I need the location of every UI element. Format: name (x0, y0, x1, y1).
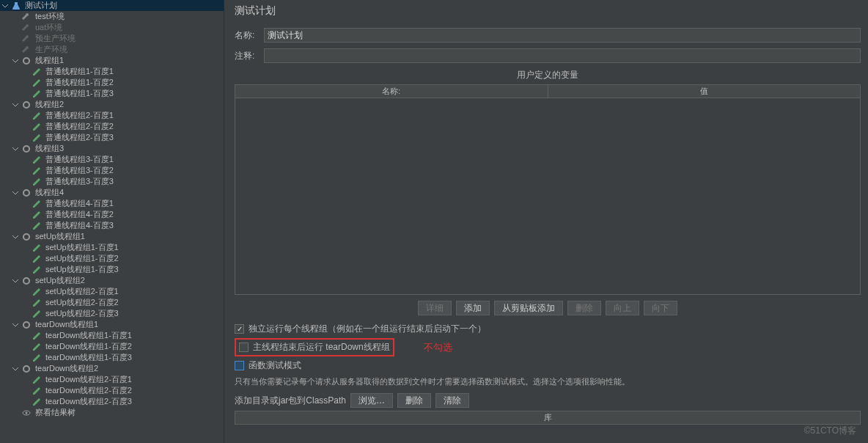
tree-item[interactable]: 普通线程组2-百度1 (0, 110, 224, 121)
collapse-icon[interactable] (10, 102, 21, 108)
collapse-icon[interactable] (10, 366, 21, 372)
vars-table-body[interactable] (235, 98, 861, 295)
info-text: 只有当你需要记录每个请求从服务器取得的数据到文件时才需要选择函数测试模式。选择这… (235, 376, 861, 387)
tree-item-label: tearDown线程组2-百度2 (44, 385, 132, 396)
collapse-icon[interactable] (10, 190, 21, 196)
gear-icon (21, 232, 32, 242)
sampler-icon (31, 353, 43, 363)
tree-item[interactable]: setUp线程组1-百度2 (0, 253, 224, 264)
checkbox-independent[interactable] (235, 324, 244, 334)
tree-item[interactable]: 普通线程组2-百度2 (0, 121, 224, 132)
sampler-icon (31, 221, 43, 231)
collapse-icon[interactable] (10, 234, 21, 240)
sampler-icon (31, 166, 43, 176)
tree-item[interactable]: setUp线程组1-百度1 (0, 242, 224, 253)
tree-item[interactable]: setUp线程组1-百度3 (0, 264, 224, 275)
tree-item-label: 察看结果树 (34, 407, 76, 418)
sampler-icon (31, 375, 43, 385)
tree-item[interactable]: tearDown线程组1-百度1 (0, 330, 224, 341)
tree-item-label: tearDown线程组1-百度2 (44, 341, 132, 352)
tree-item-label: 普通线程组1-百度2 (44, 77, 114, 88)
tree-root-label: 测试计划 (23, 0, 57, 11)
tree-item[interactable]: 线程组3 (0, 143, 224, 154)
add-button[interactable]: 添加 (456, 301, 490, 315)
tree-item[interactable]: 普通线程组1-百度3 (0, 88, 224, 99)
checkbox-teardown[interactable] (239, 343, 249, 352)
tree-item[interactable]: tearDown线程组2-百度2 (0, 385, 224, 396)
tree-item[interactable]: 普通线程组4-百度1 (0, 198, 224, 209)
paste-button[interactable]: 从剪贴板添加 (494, 301, 563, 315)
tree-item[interactable]: tearDown线程组1-百度2 (0, 341, 224, 352)
tree-item-label: tearDown线程组1-百度3 (44, 352, 132, 363)
down-button[interactable]: 向下 (644, 301, 677, 315)
tree-item[interactable]: 普通线程组4-百度2 (0, 209, 224, 220)
tree-item[interactable]: setUp线程组2-百度3 (0, 308, 224, 319)
tree-item[interactable]: tearDown线程组2-百度1 (0, 374, 224, 385)
collapse-icon[interactable] (10, 58, 21, 64)
tree-item-label: 普通线程组2-百度2 (44, 121, 114, 132)
tree-item[interactable]: uat环境 (0, 22, 224, 33)
browse-button[interactable]: 浏览… (350, 393, 393, 408)
th-name: 名称: (235, 85, 548, 98)
collapse-icon[interactable] (0, 3, 10, 9)
checkbox-independent-label: 独立运行每个线程组（例如在一个组运行结束后启动下一个） (249, 323, 486, 335)
sampler-icon (31, 111, 43, 121)
delete-button[interactable]: 删除 (567, 301, 601, 315)
detail-button[interactable]: 详细 (418, 301, 452, 315)
tree-item[interactable]: 普通线程组3-百度3 (0, 176, 224, 187)
tree-item[interactable]: 普通线程组1-百度2 (0, 77, 224, 88)
tree-item[interactable]: 线程组1 (0, 55, 224, 66)
cp-delete-button[interactable]: 删除 (397, 393, 431, 408)
tree-item[interactable]: setUp线程组2-百度1 (0, 286, 224, 297)
collapse-icon[interactable] (10, 146, 21, 152)
tree-item[interactable]: 察看结果树 (0, 407, 224, 418)
tree-item[interactable]: tearDown线程组2 (0, 363, 224, 374)
sampler-icon (31, 309, 43, 319)
tree-item-label: setUp线程组1 (34, 231, 85, 242)
tree-item[interactable]: tearDown线程组1-百度3 (0, 352, 224, 363)
sampler-icon (31, 243, 43, 253)
tree-item[interactable]: setUp线程组1 (0, 231, 224, 242)
th-value: 值 (548, 85, 861, 98)
sampler-icon (31, 254, 43, 264)
tree-item-label: 普通线程组4-百度3 (44, 220, 114, 231)
tree-item[interactable]: test环境 (0, 11, 224, 22)
up-button[interactable]: 向上 (606, 301, 639, 315)
tree-item[interactable]: setUp线程组2 (0, 275, 224, 286)
tree-item[interactable]: 预生产环境 (0, 33, 224, 44)
tree-item[interactable]: 线程组4 (0, 187, 224, 198)
vars-button-bar: 详细 添加 从剪贴板添加 删除 向上 向下 (235, 301, 861, 315)
sampler-icon (31, 199, 43, 209)
tree-item[interactable]: 普通线程组3-百度2 (0, 165, 224, 176)
wrench-icon (21, 34, 32, 44)
tree-item-label: 普通线程组3-百度1 (44, 154, 114, 165)
checkbox-functest[interactable] (235, 361, 244, 370)
comment-input[interactable] (264, 48, 861, 63)
tree-item-label: setUp线程组1-百度2 (44, 253, 119, 264)
tree-root[interactable]: 测试计划 (0, 0, 224, 11)
tree-item[interactable]: 普通线程组1-百度1 (0, 66, 224, 77)
name-label: 名称: (235, 29, 264, 42)
svg-point-3 (26, 103, 28, 106)
tree-item[interactable]: 生产环境 (0, 44, 224, 55)
vars-title: 用户定义的变量 (235, 69, 861, 81)
tree-item[interactable]: 普通线程组4-百度3 (0, 220, 224, 231)
tree-item[interactable]: tearDown线程组2-百度3 (0, 396, 224, 407)
tree-item-label: 普通线程组3-百度3 (44, 176, 114, 187)
collapse-icon[interactable] (10, 278, 21, 284)
clear-button[interactable]: 清除 (435, 393, 469, 408)
checkbox-functest-label: 函数测试模式 (249, 359, 301, 372)
tree-item[interactable]: tearDown线程组1 (0, 319, 224, 330)
annotation-box: 主线程结束后运行 tearDown线程组 (235, 338, 394, 356)
checkbox-teardown-label: 主线程结束后运行 tearDown线程组 (253, 341, 390, 354)
name-input[interactable] (264, 28, 861, 43)
tree-item[interactable]: 普通线程组2-百度3 (0, 132, 224, 143)
tree-item[interactable]: setUp线程组2-百度2 (0, 297, 224, 308)
collapse-icon[interactable] (10, 322, 21, 328)
tree-item-label: 生产环境 (34, 44, 67, 55)
tree-item-label: tearDown线程组2-百度1 (44, 374, 132, 385)
tree-item[interactable]: 线程组2 (0, 99, 224, 110)
tree-item[interactable]: 普通线程组3-百度1 (0, 154, 224, 165)
gear-icon (21, 276, 32, 286)
sampler-icon (31, 78, 43, 88)
